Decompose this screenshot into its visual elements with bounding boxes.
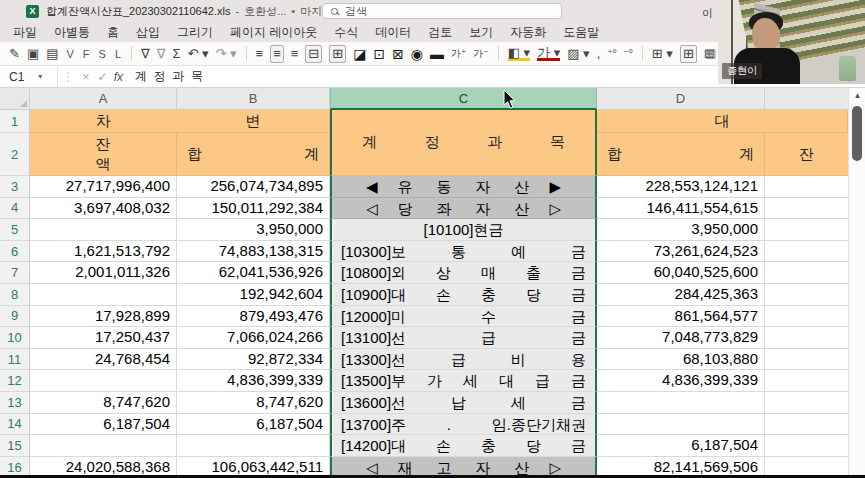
row-number[interactable]: 11 [0,349,30,371]
circle-number-icon[interactable]: ◉ [411,46,423,62]
cell-credit-total[interactable] [597,392,765,414]
cell-debit-balance[interactable]: 17,250,437 [30,327,177,349]
menu-item[interactable]: 검토 [428,24,452,41]
cell-account[interactable]: [13600]선 납 세 금 [330,392,597,414]
cell-account[interactable]: ◀유 동 자 산▶ [330,176,597,198]
cell-debit-balance[interactable]: 17,928,899 [30,306,177,328]
cell-account[interactable]: [13100]선 급 금 [330,327,597,349]
cell-debit-balance[interactable]: 6,187,504 [30,414,177,436]
row-number[interactable]: 3 [0,176,30,198]
font-color-icon[interactable]: 가 ▾ [537,47,560,61]
paste-icon[interactable]: ▤ [46,46,58,62]
s-macro-button[interactable]: S [98,46,107,62]
column-header-e[interactable] [765,88,848,110]
cell-debit-balance[interactable]: 27,717,996,400 [30,176,177,198]
l-macro-button[interactable]: L [114,46,122,62]
cell-credit-total[interactable]: 228,553,124,121 [597,176,765,198]
cell-credit-balance[interactable] [765,327,848,349]
redo-icon[interactable]: ↷ ▾ [216,46,237,62]
name-box[interactable]: C1 ▾ [0,66,58,87]
cell-credit-total[interactable]: 73,261,624,523 [597,241,765,263]
cell-credit-balance[interactable] [765,241,848,263]
scrollbar-thumb[interactable] [852,106,862,161]
cell-credit-balance[interactable] [765,284,848,306]
row-number[interactable]: 12 [0,370,30,392]
menu-item[interactable]: 그리기 [177,24,213,41]
cell-credit-total[interactable]: 284,425,363 [597,284,765,306]
format-painter-icon[interactable]: ✎ [9,46,20,62]
v-macro-button[interactable]: V [66,46,75,62]
row-number[interactable]: 4 [0,198,30,220]
cell-debit-total[interactable]: 7,066,024,266 [177,327,330,349]
cell-credit-balance[interactable] [765,414,848,436]
clear-filter-icon[interactable]: ∇ [157,46,166,62]
menu-item[interactable]: 도움말 [563,24,599,41]
fill-color-icon[interactable]: ◧ ▾ [508,47,530,61]
cell-credit-total[interactable]: 3,950,000 [597,219,765,241]
cell-account[interactable]: [10100]현금 [330,219,597,241]
row-number[interactable]: 14 [0,414,30,436]
cell-account[interactable]: ◁당 좌 자 산▷ [330,198,597,220]
cell-account-title[interactable]: 계 정 과 목 [330,110,597,176]
outer-border-icon[interactable]: ⊞ [680,45,697,63]
menu-item[interactable]: 데이터 [375,24,411,41]
sort-hangul-icon[interactable]: ⊞ [329,45,346,63]
cell-debit-total[interactable]: 879,493,476 [177,306,330,328]
cell-credit-balance[interactable] [765,349,848,371]
cell-credit-total-header[interactable]: 합 계 [597,133,765,176]
cell-account[interactable]: [14200]대 손 충 당 금 [330,435,597,457]
column-header-c-selected[interactable]: C [330,88,597,110]
cell-debit-total[interactable]: 8,747,620 [177,392,330,414]
divider[interactable] [246,46,247,61]
cell-account[interactable]: [13700]주 . 임.종단기채권 [330,414,597,436]
cell-debit-title[interactable]: 차 변 [30,110,330,133]
cell-debit-total[interactable] [177,435,330,457]
cell-debit-balance[interactable]: 2,001,011,326 [30,262,177,284]
divider[interactable] [131,46,132,61]
scroll-up-icon[interactable]: ▲ [849,91,865,100]
diagonal-cell-icon[interactable]: ⊠ [392,46,404,62]
cell-credit-balance[interactable] [765,262,848,284]
cell-debit-balance[interactable] [30,219,177,241]
cell-debit-total[interactable]: 92,872,334 [177,349,330,371]
select-all-corner[interactable]: ◢ [0,88,30,110]
pattern-icon[interactable]: ▨ ▾ [567,46,589,62]
cell-account[interactable]: [10300]보 통 예 금 [330,241,597,263]
cell-debit-total[interactable]: 150,011,292,384 [177,198,330,220]
cell-debit-total[interactable]: 74,883,138,315 [177,241,330,263]
menu-item[interactable]: 삽입 [136,24,160,41]
vertical-scrollbar[interactable]: ▲ [848,88,865,478]
cell-credit-total[interactable]: 68,103,880 [597,349,765,371]
cell-debit-balance[interactable] [30,284,177,306]
row-number[interactable]: 1 [0,110,30,133]
cell-credit-balance[interactable] [765,306,848,328]
cell-credit-total[interactable] [597,414,765,436]
cell-credit-balance[interactable] [765,198,848,220]
cancel-icon[interactable]: × [82,69,90,84]
brackets-icon[interactable]: ⊡ [373,46,385,62]
decrease-decimal-icon[interactable]: ⁻⁰ [624,46,633,62]
formula-input[interactable]: 계 정 과 목 [129,68,203,85]
cell-debit-balance[interactable] [30,370,177,392]
copy-icon[interactable]: ▣ [27,46,39,62]
cell-debit-total[interactable]: 256,074,734,895 [177,176,330,198]
row-number[interactable]: 7 [0,262,30,284]
cell-credit-balance[interactable] [765,435,848,457]
cell-debit-total[interactable]: 192,942,604 [177,284,330,306]
cell-debit-balance[interactable]: 1,621,513,792 [30,241,177,263]
row-number[interactable]: 2 [0,133,30,176]
menu-item[interactable]: 자동화 [510,24,546,41]
cell-debit-total[interactable]: 3,950,000 [177,219,330,241]
enter-icon[interactable]: ✓ [98,70,108,84]
cell-debit-total[interactable]: 6,187,504 [177,414,330,436]
cell-debit-total-header[interactable]: 합 계 [177,133,330,176]
undo-icon[interactable]: ↶ ▾ [188,46,209,62]
cell-debit-total[interactable]: 4,836,399,339 [177,370,330,392]
cell-credit-total[interactable]: 4,836,399,339 [597,370,765,392]
menu-item[interactable]: 홈 [107,24,119,41]
insert-function-icon[interactable]: fx [114,70,123,84]
menu-item[interactable]: 수식 [334,24,358,41]
cell-debit-balance-header[interactable]: 잔 액 [30,133,177,176]
cell-debit-balance[interactable] [30,435,177,457]
cell-credit-total[interactable]: 7,048,773,829 [597,327,765,349]
